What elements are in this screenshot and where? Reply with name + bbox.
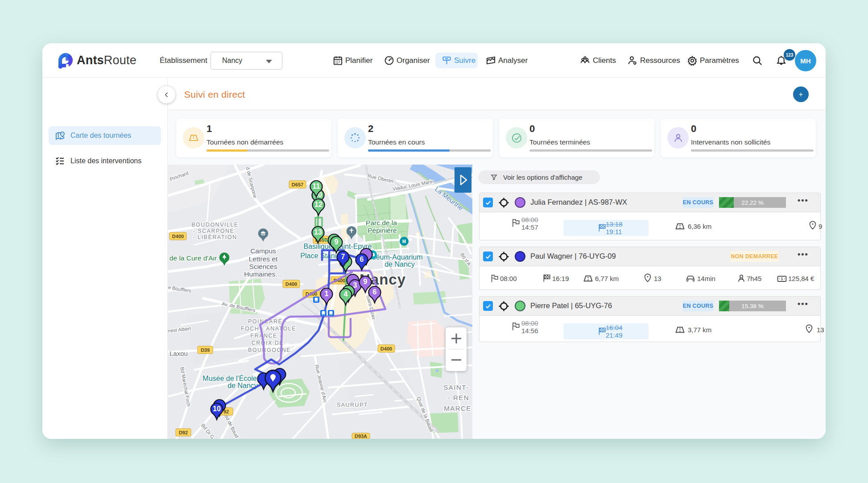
svg-text:- LIBÉRATION: - LIBÉRATION (193, 234, 237, 240)
svg-text:FRANCE -: FRANCE - (250, 333, 282, 339)
svg-text:Sciences: Sciences (249, 263, 277, 270)
svg-text:de la Cure d'Air: de la Cure d'Air (169, 254, 217, 262)
svg-text:Laxou: Laxou (169, 350, 188, 357)
svg-text:D657: D657 (292, 182, 303, 187)
svg-text:4: 4 (344, 290, 348, 298)
svg-text:SAURUPT: SAURUPT (337, 402, 368, 408)
svg-text:D400: D400 (172, 234, 184, 239)
svg-text:9: 9 (364, 278, 368, 285)
svg-text:- SCARPONE: - SCARPONE (193, 228, 235, 234)
svg-text:D400: D400 (285, 281, 297, 287)
svg-text:11: 11 (313, 182, 320, 190)
svg-text:CROIX DE: CROIX DE (252, 340, 284, 346)
svg-text:Lettres et: Lettres et (249, 255, 278, 263)
svg-text:FOCH - ANATOLE: FOCH - ANATOLE (241, 326, 296, 332)
svg-text:D93A: D93A (355, 433, 367, 439)
svg-text:D39: D39 (201, 347, 210, 353)
svg-text:1: 1 (781, 277, 783, 281)
svg-text:Pépinière: Pépinière (368, 227, 397, 234)
svg-text:Musée de l'École: Musée de l'École (203, 374, 256, 382)
svg-text:D400: D400 (380, 346, 392, 351)
svg-text:- REN: - REN (448, 394, 469, 401)
svg-text:MARCE: MARCE (444, 405, 471, 412)
svg-text:6: 6 (373, 288, 377, 296)
svg-text:6: 6 (360, 256, 364, 263)
svg-text:SAINT-: SAINT- (443, 384, 469, 391)
svg-text:10: 10 (213, 405, 221, 413)
svg-text:de Nancy: de Nancy (384, 260, 415, 268)
svg-text:1: 1 (325, 290, 329, 297)
svg-text:BOURGOGNE: BOURGOGNE (248, 347, 291, 353)
svg-text:Campus: Campus (250, 247, 276, 255)
svg-text:Parc de la: Parc de la (366, 219, 397, 227)
svg-text:7: 7 (341, 253, 345, 260)
svg-text:12: 12 (314, 201, 322, 208)
svg-text:Humaines…: Humaines… (244, 270, 282, 278)
svg-text:9: 9 (335, 238, 339, 246)
svg-text:D92: D92 (179, 430, 188, 435)
svg-text:BOUDONVILLE: BOUDONVILLE (191, 222, 238, 228)
svg-text:M: M (402, 239, 406, 244)
svg-text:13: 13 (314, 228, 322, 236)
